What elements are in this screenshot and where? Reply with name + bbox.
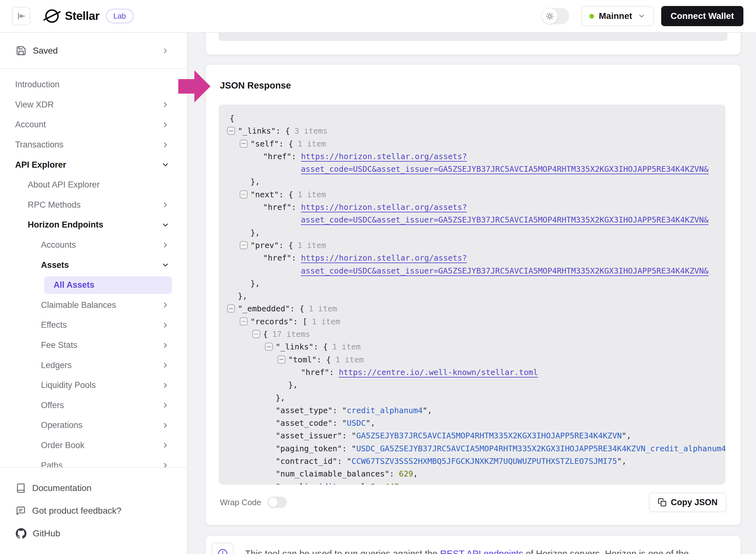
json-punctuation: }, [276, 393, 285, 402]
json-response-card: JSON Response {"_links": {3 items"self":… [205, 64, 741, 525]
json-link[interactable]: https://horizon.stellar.org/assets? [301, 152, 467, 161]
collapse-toggle-icon[interactable] [252, 330, 260, 338]
main-content: JSON Response {"_links": {3 items"self":… [187, 33, 756, 554]
json-number-value: 447 [385, 482, 399, 485]
collapse-toggle-icon[interactable] [227, 304, 235, 313]
json-link[interactable]: asset_code=USDC&asset_issuer=GA5ZSEJYB37… [301, 266, 708, 275]
collapse-toggle-icon[interactable] [240, 241, 248, 249]
sun-icon [545, 12, 554, 20]
json-link[interactable]: https://horizon.stellar.org/assets? [301, 254, 467, 263]
collapse-sidebar-button[interactable] [12, 7, 30, 25]
sidebar-item-horizon-endpoints[interactable]: Horizon Endpoints [0, 215, 187, 235]
json-line: "records": [1 item [227, 316, 725, 328]
json-punctuation: }, [250, 177, 260, 186]
sidebar-item-transactions[interactable]: Transactions [0, 135, 187, 155]
feedback-icon [16, 506, 26, 516]
sidebar-item-effects[interactable]: Effects [0, 315, 187, 335]
json-line: "href": https://horizon.stellar.org/asse… [227, 150, 725, 163]
chevron-right-icon [161, 341, 169, 349]
sidebar-item-paths[interactable]: Paths [0, 455, 187, 467]
sidebar-item-view-xdr[interactable]: View XDR [0, 95, 187, 115]
collapse-toggle-icon[interactable] [265, 342, 273, 351]
sidebar-item-label: RPC Methods [28, 200, 81, 210]
sidebar-item-label: Effects [41, 320, 67, 330]
chevron-right-icon [161, 47, 169, 55]
chevron-right-icon [161, 421, 169, 430]
sidebar-item-account[interactable]: Account [0, 115, 187, 135]
sidebar-item-offers[interactable]: Offers [0, 395, 187, 416]
sidebar-item-assets[interactable]: Assets [0, 255, 187, 275]
json-link[interactable]: https://horizon.stellar.org/assets? [301, 203, 467, 212]
json-line: "asset_issuer": "GA5ZSEJYB37JRC5AVCIA5MO… [227, 430, 725, 442]
chevron-right-icon [161, 321, 169, 329]
json-string-value: GA5ZSEJYB37JRC5AVCIA5MOP4RHTM335X2KGX3IH… [356, 431, 622, 440]
json-punctuation: }, [250, 279, 260, 288]
sidebar-item-claimable-balances[interactable]: Claimable Balances [0, 295, 187, 316]
json-key: "_links" [238, 126, 276, 135]
sidebar-item-order-book[interactable]: Order Book [0, 436, 187, 456]
sidebar-footer: Documentation Got product feedback? GitH… [0, 467, 187, 554]
json-link[interactable]: asset_code=USDC&asset_issuer=GA5ZSEJYB37… [301, 215, 708, 224]
network-status-dot [589, 14, 594, 18]
sidebar-item-label: Introduction [15, 80, 60, 90]
collapse-toggle-icon[interactable] [240, 317, 248, 326]
sidebar-item-label: About API Explorer [28, 180, 100, 190]
sidebar-item-documentation[interactable]: Documentation [16, 477, 187, 499]
json-punctuation: ", [423, 406, 432, 415]
json-punctuation: , [399, 482, 404, 485]
sidebar-item-rpc-methods[interactable]: RPC Methods [0, 195, 187, 215]
sidebar-item-liquidity-pools[interactable]: Liquidity Pools [0, 375, 187, 395]
sidebar-item-fee-stats[interactable]: Fee Stats [0, 335, 187, 355]
json-punctuation: : [389, 469, 399, 478]
json-key: "_embedded" [238, 304, 290, 313]
sidebar-item-feedback[interactable]: Got product feedback? [16, 499, 187, 522]
sidebar-item-all-assets[interactable]: All Assets [44, 276, 172, 294]
collapse-toggle-icon[interactable] [240, 190, 248, 199]
collapse-toggle-icon[interactable] [240, 140, 248, 148]
connect-wallet-button[interactable]: Connect Wallet [661, 6, 743, 26]
json-line: "prev": {1 item [227, 239, 725, 252]
sidebar-item-introduction[interactable]: Introduction [0, 75, 187, 95]
brand-name: Stellar [65, 9, 100, 23]
json-punctuation: }, [288, 380, 298, 389]
collapse-toggle-icon[interactable] [278, 355, 285, 364]
json-code-block: {"_links": {3 items"self": {1 item"href"… [219, 105, 725, 485]
json-punctuation: : [329, 368, 339, 377]
json-line: "num_liquidity_pools": 447, [227, 481, 725, 485]
sidebar-item-api-explorer[interactable]: API Explorer [0, 155, 187, 175]
github-icon [16, 528, 26, 539]
json-line: "_embedded": {1 item [227, 302, 725, 315]
sidebar-item-accounts[interactable]: Accounts [0, 235, 187, 255]
chevron-right-icon [161, 301, 169, 309]
json-link[interactable]: https://centre.io/.well-known/stellar.to… [339, 368, 538, 377]
collapse-toggle-icon[interactable] [227, 127, 235, 135]
sidebar-item-label: Claimable Balances [41, 300, 116, 310]
copy-json-button[interactable]: Copy JSON [649, 493, 726, 512]
info-banner-text: This tool can be used to run queries aga… [245, 543, 689, 554]
chevron-right-icon [161, 401, 169, 409]
json-punctuation: : " [333, 406, 347, 415]
network-selector[interactable]: Mainnet [581, 6, 654, 26]
json-link[interactable]: asset_code=USDC&asset_issuer=GA5ZSEJYB37… [301, 165, 708, 174]
theme-toggle[interactable] [541, 8, 569, 24]
sidebar-item-about-api-explorer[interactable]: About API Explorer [0, 175, 187, 195]
json-item-count: 17 items [272, 330, 310, 339]
sidebar-item-label: GitHub [33, 529, 60, 539]
wrap-code-toggle[interactable] [268, 497, 287, 508]
json-punctuation: : [375, 482, 385, 485]
copy-icon [658, 498, 666, 507]
sidebar-item-ledgers[interactable]: Ledgers [0, 355, 187, 375]
json-line: { [227, 112, 725, 125]
info-icon-box [212, 543, 234, 554]
json-item-count: 1 item [335, 355, 363, 364]
rest-api-endpoints-link[interactable]: REST API endpoints [440, 549, 523, 554]
sidebar-item-github[interactable]: GitHub [16, 522, 187, 545]
json-line: }, [227, 227, 725, 239]
annotation-arrow [178, 70, 211, 102]
json-item-count: 3 items [295, 126, 328, 135]
sidebar-item-saved[interactable]: Saved [0, 33, 187, 69]
json-line: "_links": {3 items [227, 125, 725, 137]
sidebar-item-operations[interactable]: Operations [0, 416, 187, 436]
stellar-logo-icon [44, 8, 60, 24]
json-punctuation: : [ [293, 317, 307, 326]
